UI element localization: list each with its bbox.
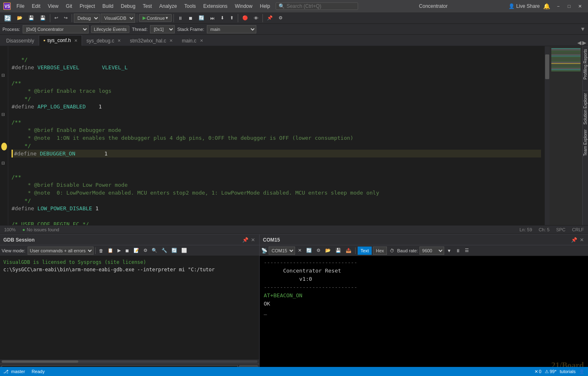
com15-clock-button[interactable]: ⏱ bbox=[388, 247, 396, 255]
close-button[interactable]: ✕ bbox=[575, 2, 585, 10]
gdb-filter-btn[interactable]: 🔧 bbox=[160, 247, 169, 255]
tab-main-c-close[interactable]: ✕ bbox=[200, 38, 203, 43]
tutorials-label[interactable]: tutorials bbox=[560, 369, 576, 374]
step-out-button[interactable]: ⬆ bbox=[227, 14, 236, 21]
com15-open-button[interactable]: 📂 bbox=[323, 247, 333, 255]
com15-pin-button[interactable]: 📌 bbox=[570, 237, 578, 243]
com-output-line: ----------------------------- bbox=[264, 283, 584, 291]
platform-select[interactable]: VisualGDB bbox=[101, 14, 135, 23]
baud-rate-select[interactable]: 9600 bbox=[419, 247, 444, 255]
menu-view[interactable]: View bbox=[45, 2, 62, 10]
menu-window[interactable]: Window bbox=[232, 2, 256, 10]
gdb-scroll-track[interactable] bbox=[2, 360, 258, 363]
redo-button[interactable]: ↪ bbox=[61, 14, 70, 21]
menu-git[interactable]: Git bbox=[63, 2, 75, 10]
notification-icon[interactable]: 🔔 bbox=[543, 3, 550, 9]
watch-button[interactable]: 👁 bbox=[251, 15, 261, 21]
menu-help[interactable]: Help bbox=[257, 2, 274, 10]
scrollbar-thumb[interactable] bbox=[545, 54, 549, 79]
tab-sys-debug-close[interactable]: ✕ bbox=[117, 38, 121, 43]
com15-send-button[interactable]: 📤 bbox=[344, 247, 353, 255]
editor-scrollbar[interactable] bbox=[544, 46, 549, 225]
tab-disassembly[interactable]: Disassembly bbox=[2, 35, 39, 46]
search-input[interactable] bbox=[286, 3, 348, 9]
tab-main-c[interactable]: main.c ✕ bbox=[177, 35, 207, 46]
menu-build[interactable]: Build bbox=[99, 2, 117, 10]
menu-extensions[interactable]: Extensions bbox=[200, 2, 231, 10]
menu-debug[interactable]: Debug bbox=[117, 2, 138, 10]
com15-save-button[interactable]: 💾 bbox=[334, 247, 343, 255]
new-button[interactable]: 🔄 bbox=[2, 14, 14, 22]
gdb-stop-btn[interactable]: ⏹ bbox=[123, 247, 131, 255]
team-explorer-panel[interactable]: Team Explorer bbox=[582, 127, 588, 158]
com15-hex-button[interactable]: Hex bbox=[373, 247, 387, 255]
stop-button[interactable]: ⏹ bbox=[186, 15, 195, 21]
menu-file[interactable]: File bbox=[13, 2, 28, 10]
minimize-button[interactable]: − bbox=[553, 2, 563, 10]
tab-stm32[interactable]: stm32wlxx_hal.c ✕ bbox=[125, 35, 177, 46]
mm-line bbox=[551, 62, 581, 63]
restart-button[interactable]: 🔄 bbox=[196, 14, 207, 21]
gutter-collapse[interactable]: ⊟ bbox=[0, 159, 8, 167]
lifecycle-events-button[interactable]: Lifecycle Events bbox=[91, 26, 129, 33]
settings-button[interactable]: ⚙ bbox=[276, 14, 285, 21]
gutter-collapse[interactable]: ⊟ bbox=[0, 110, 8, 118]
code-line: * @brief Disable Low Power mode bbox=[12, 182, 128, 188]
profiling-reports-panel[interactable]: Profiling Reports bbox=[582, 46, 588, 82]
com15-disconnect-button[interactable]: ✕ bbox=[296, 247, 303, 255]
gdb-clear-button[interactable]: 🗑 bbox=[97, 247, 105, 255]
tab-sys-conf[interactable]: ● sys_conf.h ✕ bbox=[39, 35, 82, 46]
process-select[interactable]: [0x0] Concentrator bbox=[23, 25, 89, 33]
scroll-tabs-right[interactable]: ▶ bbox=[582, 40, 586, 46]
stack-select[interactable]: main bbox=[207, 25, 256, 33]
undo-button[interactable]: ↩ bbox=[52, 14, 61, 21]
gdb-expand-btn[interactable]: ⬜ bbox=[180, 247, 189, 255]
step-over-button[interactable]: ⏭ bbox=[208, 15, 217, 21]
gdb-copy-button[interactable]: 📋 bbox=[106, 247, 115, 255]
tab-stm32-close[interactable]: ✕ bbox=[169, 38, 173, 43]
open-button[interactable]: 📂 bbox=[14, 14, 25, 21]
solution-explorer-panel[interactable]: Solution Explorer bbox=[582, 90, 588, 127]
gdb-format-btn[interactable]: 📝 bbox=[132, 247, 141, 255]
menu-project[interactable]: Project bbox=[76, 2, 98, 10]
code-editor[interactable]: */ #define VERBOSE_LEVEL VLEVEL_L /** * … bbox=[8, 46, 544, 225]
pause-button[interactable]: ⏸ bbox=[176, 15, 185, 21]
save-button[interactable]: 💾 bbox=[26, 14, 37, 21]
com15-more-button[interactable]: ▼ bbox=[445, 247, 453, 255]
com15-reconnect-button[interactable]: 🔄 bbox=[305, 247, 314, 255]
configuration-select[interactable]: Debug bbox=[74, 14, 100, 23]
menu-edit[interactable]: Edit bbox=[28, 2, 44, 10]
gdb-close-button[interactable]: ✕ bbox=[250, 237, 256, 243]
gdb-pin-button[interactable]: 📌 bbox=[241, 237, 249, 243]
menu-test[interactable]: Test bbox=[140, 2, 155, 10]
menu-tools[interactable]: Tools bbox=[181, 2, 199, 10]
thread-select[interactable]: [0x1] bbox=[150, 25, 175, 33]
com15-pause-button[interactable]: ⏸ bbox=[454, 247, 462, 255]
com15-close-button[interactable]: ✕ bbox=[579, 237, 585, 243]
com15-extra-button[interactable]: ☰ bbox=[463, 247, 471, 255]
gdb-settings-btn[interactable]: ⚙ bbox=[142, 247, 149, 255]
tab-sys-debug[interactable]: sys_debug.c ✕ bbox=[82, 35, 125, 46]
breakpoint-indicator[interactable] bbox=[1, 143, 7, 150]
maximize-button[interactable]: □ bbox=[564, 2, 574, 10]
gdb-refresh-btn[interactable]: 🔄 bbox=[170, 247, 179, 255]
tab-sys-conf-close[interactable]: ✕ bbox=[74, 38, 77, 43]
live-share-button[interactable]: 👤 Live Share bbox=[508, 3, 540, 9]
scroll-tabs-left[interactable]: ◀ bbox=[577, 40, 581, 46]
com15-port-select[interactable]: COM15 bbox=[269, 247, 295, 255]
continue-button[interactable]: ▶ Continue ▾ bbox=[139, 14, 172, 22]
com15-text-button[interactable]: Text bbox=[358, 247, 372, 255]
pin-button[interactable]: 📌 bbox=[265, 14, 275, 21]
gdb-view-mode-select[interactable]: User commands + all errors bbox=[28, 247, 94, 255]
editor-gutter: ⊟ ⊟ ⊟ bbox=[0, 46, 8, 225]
menu-analyze[interactable]: Analyze bbox=[156, 2, 180, 10]
expand-button[interactable]: ▼ bbox=[580, 26, 586, 32]
gdb-run-button[interactable]: ▶ bbox=[116, 247, 122, 255]
step-into-button[interactable]: ⬇ bbox=[218, 14, 227, 21]
gdb-scroll-thumb[interactable] bbox=[2, 360, 78, 363]
save-all-button[interactable]: 💾 bbox=[37, 14, 48, 21]
gdb-search-btn[interactable]: 🔍 bbox=[150, 247, 159, 255]
breakpoint-button[interactable]: 🔴 bbox=[240, 14, 251, 21]
gutter-collapse[interactable]: ⊟ bbox=[0, 71, 8, 79]
com15-settings-button[interactable]: ⚙ bbox=[315, 247, 322, 255]
